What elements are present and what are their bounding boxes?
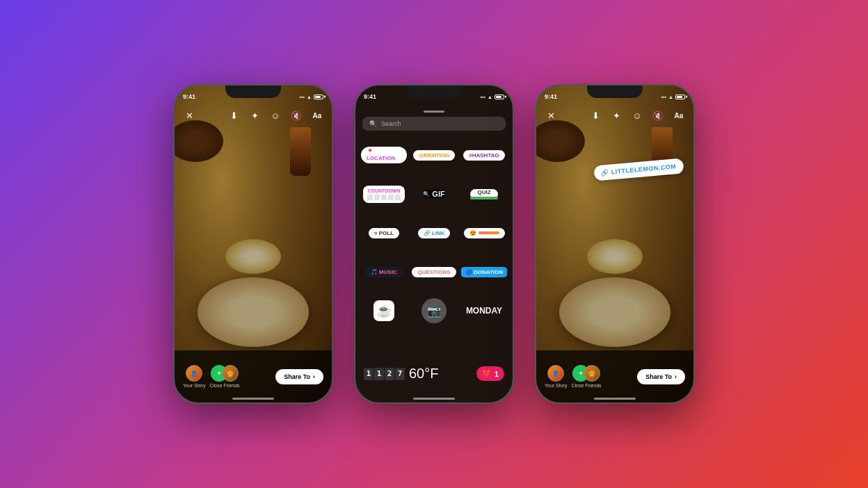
text-icon-3[interactable]: Aa [671,108,686,123]
sticker-day[interactable]: MONDAY [461,293,507,328]
sticker-quiz[interactable]: QUIZ [461,177,507,211]
questions-label: QUESTIONS [412,267,456,277]
status-time-2: 9:41 [364,93,376,100]
search-placeholder-2: Search [381,120,401,127]
wifi-icon-2: ▲ [488,95,492,99]
sticker-link[interactable]: 🔗 LINK [411,215,457,250]
close-icon-3[interactable]: ✕ [543,108,558,123]
sticker-location[interactable]: 📍 LOCATION [361,138,407,172]
home-indicator-1 [232,398,274,400]
download-icon-3[interactable]: ⬇ [588,108,603,123]
share-btn-arrow-3: › [675,373,677,380]
close-icon-1[interactable]: ✕ [182,108,197,123]
sticker-hashtag[interactable]: #HASHTAG [461,138,507,172]
donation-label: 🔵 DONATION [461,267,507,277]
close-friends-label-3: Close Friends [571,383,601,388]
status-time-1: 9:41 [183,93,195,100]
close-friends-avatars-1: ★ 🍔 [211,365,239,382]
sticker-gif[interactable]: 🔍 GIF [411,177,457,211]
share-button-3[interactable]: Share To › [637,369,685,384]
camera-label: 📷 [421,298,447,323]
your-story-avatar-1: 👤 [186,365,202,382]
close-friends-avatar-3b: 🍔 [584,365,600,382]
battery-icon-3 [675,95,685,99]
gif-label: 🔍 GIF [423,190,444,198]
notch-1 [225,86,281,98]
download-icon-1[interactable]: ⬇ [226,108,241,123]
phone-1: 9:41 ▪▪▪ ▲ ✕ ⬇ ✦ ☺ 🔇 Aa [173,84,333,404]
your-story-label-3: Your Story [545,383,567,388]
close-friends-group-1: ★ 🍔 Close Friends [209,365,239,388]
sticker-grid: 📍 LOCATION @MENTION #HASHTAG COUNTDOWN [355,138,513,328]
battery-icon-1 [314,95,323,99]
sticker-questions[interactable]: QUESTIONS [411,254,457,289]
toolbar-right-3: ⬇ ✦ ☺ 🔇 Aa [588,108,686,123]
sticker-emoji-slider[interactable]: 😍 [461,215,507,250]
notch-2 [406,86,462,98]
status-icons-3: ▪▪▪ ▲ [661,95,685,99]
sound-icon-1[interactable]: 🔇 [289,108,304,123]
screen-3: 🔗 LITTLELEMON.COM 9:41 ▪▪▪ ▲ ✕ ⬇ ✦ ☺ 🔇 A… [536,86,693,402]
ticker-area: 1 1 2 7 60°F ❤️ 1 [355,366,513,382]
move-icon-1[interactable]: ✦ [247,108,262,123]
wifi-icon-1: ▲ [307,95,312,99]
sticker-mention[interactable]: @MENTION [411,138,457,172]
screen-2: 9:41 ▪▪▪ ▲ 🔍 Search 📍 LOCATIO [355,86,513,402]
like-count: 1 [495,370,499,378]
link-label: 🔗 LINK [418,228,451,238]
ticker-temp: 60°F [409,366,438,382]
close-friends-avatar-1b: 🍔 [222,365,239,382]
story-avatars-3: 👤 Your Story ★ 🍔 Close Friends [545,365,602,388]
bottom-bar-3: 👤 Your Story ★ 🍔 Close Friends Share To … [536,350,693,402]
your-story-group-3: 👤 Your Story [545,365,567,388]
phone-2: 9:41 ▪▪▪ ▲ 🔍 Search 📍 LOCATIO [354,84,514,404]
share-button-1[interactable]: Share To › [275,369,323,384]
your-story-group-1: 👤 Your Story [183,365,205,388]
wifi-icon-3: ▲ [668,95,673,99]
signal-icon-3: ▪▪▪ [661,95,666,99]
sticker-search-bar[interactable]: 🔍 Search [362,117,506,131]
sticker-countdown[interactable]: COUNTDOWN [361,177,407,211]
sticker-screen: 9:41 ▪▪▪ ▲ 🔍 Search 📍 LOCATIO [355,86,513,402]
share-btn-label-3: Share To [645,373,672,380]
sticker-music[interactable]: 🎵 MUSIC [361,254,407,289]
poll-label: = POLL [369,228,399,238]
ticker-digit-1: 1 [364,368,373,380]
screen-1: 9:41 ▪▪▪ ▲ ✕ ⬇ ✦ ☺ 🔇 Aa [175,86,332,402]
close-friends-avatars-3: ★ 🍔 [572,365,600,382]
close-friends-label-1: Close Friends [209,383,239,388]
bottom-bar-1: 👤 Your Story ★ 🍔 Close Friends Share To … [175,350,332,402]
ticker-left: 1 1 2 7 60°F [364,366,438,382]
face-icon-3[interactable]: ☺ [629,108,645,123]
coffee-label: ☕ [373,300,394,321]
sticker-poll[interactable]: = POLL [361,215,407,250]
countdown-label: COUNTDOWN [363,186,405,203]
ticker-digit-4: 7 [395,368,405,380]
share-btn-arrow-1: › [313,373,315,380]
sticker-donation[interactable]: 🔵 DONATION [461,254,507,289]
status-icons-2: ▪▪▪ ▲ [481,95,504,99]
your-story-avatar-3: 👤 [547,365,564,382]
toolbar-3: ✕ ⬇ ✦ ☺ 🔇 Aa [536,105,693,126]
status-time-3: 9:41 [545,93,557,100]
battery-icon-2 [495,95,504,99]
sound-icon-3[interactable]: 🔇 [650,108,666,123]
face-icon-1[interactable]: ☺ [268,108,283,123]
ticker-digit-3: 2 [385,368,394,380]
sticker-coffee[interactable]: ☕ [361,293,407,328]
move-icon-3[interactable]: ✦ [609,108,624,123]
mention-label: @MENTION [413,150,456,161]
sticker-camera[interactable]: 📷 [411,293,457,328]
quiz-label: QUIZ [470,189,498,200]
emoji-slider-label: 😍 [464,228,505,238]
search-icon-2: 🔍 [369,120,377,127]
your-story-label-1: Your Story [183,383,205,388]
phone-3: 🔗 LITTLELEMON.COM 9:41 ▪▪▪ ▲ ✕ ⬇ ✦ ☺ 🔇 A… [535,84,695,404]
signal-icon-2: ▪▪▪ [481,95,485,99]
like-badge[interactable]: ❤️ 1 [476,366,504,381]
drawer-handle [424,111,444,113]
text-icon-1[interactable]: Aa [310,108,325,123]
close-friends-group-3: ★ 🍔 Close Friends [571,365,601,388]
location-label: 📍 LOCATION [361,147,407,163]
heart-icon-2: ❤️ [482,369,492,378]
